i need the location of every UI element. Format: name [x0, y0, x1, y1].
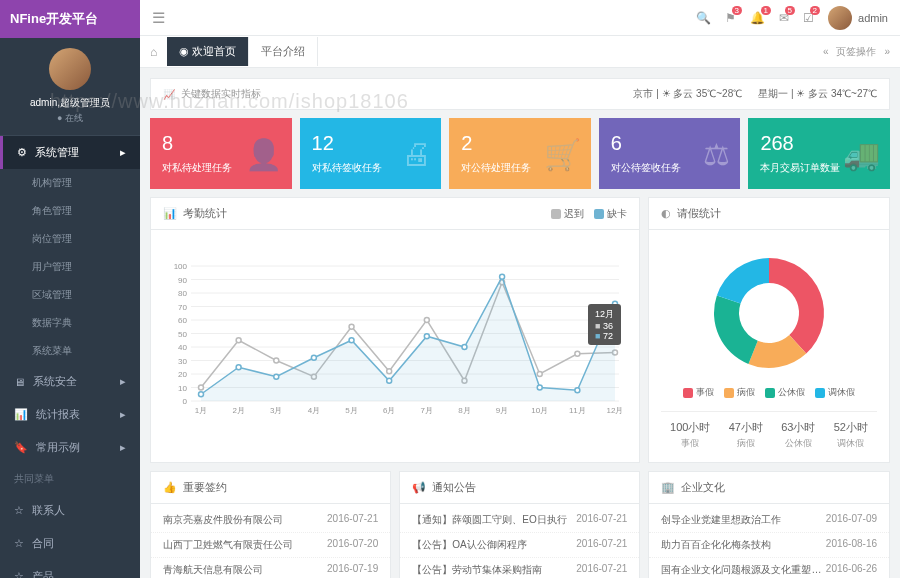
list-title: 重要签约: [183, 480, 227, 495]
stat-card[interactable]: 268本月交易订单数量🚚: [748, 118, 890, 189]
nav-sub-item[interactable]: 区域管理: [0, 281, 140, 309]
svg-text:60: 60: [178, 316, 187, 325]
avatar[interactable]: [49, 48, 91, 90]
stat-cards: 8对私待处理任务👤12对私待签收任务🖨2对公待处理任务🛒6对公待签收任务⚖268…: [150, 118, 890, 189]
task-icon[interactable]: ☑2: [803, 11, 814, 25]
list-item[interactable]: 南京亮嘉皮件股份有限公司2016-07-21: [151, 508, 390, 533]
svg-point-36: [274, 358, 279, 363]
stat-card[interactable]: 12对私待签收任务🖨: [300, 118, 442, 189]
nav-sub-item[interactable]: 数据字典: [0, 309, 140, 337]
svg-text:12月: 12月: [607, 406, 624, 415]
svg-text:0: 0: [183, 397, 188, 406]
legend-item[interactable]: 病假: [724, 386, 755, 399]
hamburger-icon[interactable]: ☰: [152, 9, 165, 27]
flag-icon[interactable]: ⚑3: [725, 11, 736, 25]
svg-point-56: [537, 385, 542, 390]
svg-text:11月: 11月: [569, 406, 586, 415]
list-title: 通知公告: [432, 480, 476, 495]
nav-sub-item[interactable]: 岗位管理: [0, 225, 140, 253]
list-item[interactable]: 山西丁卫姓燃气有限责任公司2016-07-20: [151, 533, 390, 558]
svg-text:30: 30: [178, 357, 187, 366]
pie-icon: ◐: [661, 207, 671, 220]
nav-sub-item[interactable]: 用户管理: [0, 253, 140, 281]
chart-tooltip: 12月■ 36■ 72: [588, 304, 621, 345]
bar-icon: 📊: [163, 207, 177, 220]
username: admin: [858, 12, 888, 24]
stat-card[interactable]: 8对私待处理任务👤: [150, 118, 292, 189]
legend-item[interactable]: 调休假: [815, 386, 855, 399]
bell-icon[interactable]: 🔔1: [750, 11, 765, 25]
svg-point-40: [424, 318, 429, 323]
nav-icon: 🖥: [14, 376, 25, 388]
list-item[interactable]: 青海航天信息有限公司2016-07-19: [151, 558, 390, 578]
tab-next[interactable]: »: [884, 46, 890, 57]
nav-item[interactable]: ⚙系统管理▸: [0, 136, 140, 169]
svg-text:5月: 5月: [345, 406, 357, 415]
tab-prev[interactable]: «: [823, 46, 829, 57]
svg-text:4月: 4月: [308, 406, 320, 415]
card-icon: 🛒: [544, 136, 581, 171]
nav-item[interactable]: 🔖常用示例▸: [0, 431, 140, 464]
svg-text:10月: 10月: [531, 406, 548, 415]
weather-today: 京市 | ☀ 多云 35℃~28℃: [633, 87, 742, 101]
svg-text:6月: 6月: [383, 406, 395, 415]
profile-status: ● 在线: [10, 112, 130, 125]
chart-icon: 📈: [163, 89, 175, 100]
list-panel-notice: 📢通知公告【通知】薛颂圆工守则、EO日执行2016-07-21【公告】OA认公御…: [399, 471, 640, 578]
profile: admin,超级管理员 ● 在线: [0, 38, 140, 136]
pie-stat: 52小时调休假: [834, 420, 868, 450]
legend-item[interactable]: 事假: [683, 386, 714, 399]
home-icon[interactable]: ⌂: [140, 45, 167, 59]
search-icon[interactable]: 🔍: [696, 11, 711, 25]
svg-point-51: [349, 338, 354, 343]
nav-common-item[interactable]: ☆联系人: [0, 494, 140, 527]
tabbar: ⌂ ◉ 欢迎首页 平台介绍 « 页签操作 »: [140, 36, 900, 68]
nav-common-item[interactable]: ☆合同: [0, 527, 140, 560]
svg-text:70: 70: [178, 303, 187, 312]
nav-sub-item[interactable]: 角色管理: [0, 197, 140, 225]
list-item[interactable]: 【公告】劳动节集体采购指南2016-07-21: [400, 558, 639, 578]
stat-card[interactable]: 6对公待签收任务⚖: [599, 118, 741, 189]
panel-title: 请假统计: [677, 206, 721, 221]
list-item[interactable]: 国有企业文化问题根源及文化重塑任务分析2016-06-26: [649, 558, 889, 578]
nav-item[interactable]: 🖥系统安全▸: [0, 365, 140, 398]
svg-text:1月: 1月: [195, 406, 207, 415]
user-menu[interactable]: admin: [828, 6, 888, 30]
svg-text:90: 90: [178, 276, 187, 285]
stat-card[interactable]: 2对公待处理任务🛒: [449, 118, 591, 189]
list-item[interactable]: 创导企业党建里想政治工作2016-07-09: [649, 508, 889, 533]
nav-common-item[interactable]: ☆产品: [0, 560, 140, 578]
list-item[interactable]: 助力百百企化化梅条技构2016-08-16: [649, 533, 889, 558]
list-item[interactable]: 【公告】OA认公御闲程序2016-07-21: [400, 533, 639, 558]
pie-stat: 63小时公休假: [781, 420, 815, 450]
legend-item[interactable]: 迟到: [551, 207, 584, 221]
nav-sub-item[interactable]: 机构管理: [0, 169, 140, 197]
badge: 2: [810, 6, 820, 15]
sidebar: NFine开发平台 admin,超级管理员 ● 在线 ⚙系统管理▸机构管理角色管…: [0, 0, 140, 578]
nav-item[interactable]: 📊统计报表▸: [0, 398, 140, 431]
svg-text:100: 100: [174, 262, 188, 271]
indicator-title: 关键数据实时指标: [181, 87, 261, 101]
tab-ops[interactable]: 页签操作: [836, 45, 876, 59]
logo: NFine开发平台: [0, 0, 140, 38]
avatar-icon: [828, 6, 852, 30]
legend-item[interactable]: 缺卡: [594, 207, 627, 221]
svg-text:2月: 2月: [232, 406, 244, 415]
tab-welcome[interactable]: ◉ 欢迎首页: [167, 37, 249, 66]
svg-text:8月: 8月: [458, 406, 470, 415]
list-panel-culture: 🏢企业文化创导企业党建里想政治工作2016-07-09助力百百企化化梅条技构20…: [648, 471, 890, 578]
nav-icon: 🔖: [14, 441, 28, 454]
legend-item[interactable]: 公休假: [765, 386, 805, 399]
list-item[interactable]: 【通知】薛颂圆工守则、EO日执行2016-07-21: [400, 508, 639, 533]
mail-icon[interactable]: ✉5: [779, 11, 789, 25]
star-icon: ☆: [14, 504, 24, 517]
list-panel-contracts: 👍重要签约南京亮嘉皮件股份有限公司2016-07-21山西丁卫姓燃气有限责任公司…: [150, 471, 391, 578]
card-icon: 🖨: [401, 137, 431, 171]
badge: 5: [785, 6, 795, 15]
card-icon: ⚖: [703, 136, 730, 171]
topbar: ☰ 🔍 ⚑3 🔔1 ✉5 ☑2 admin: [140, 0, 900, 36]
tab-intro[interactable]: 平台介绍: [249, 37, 318, 66]
svg-point-52: [387, 378, 392, 383]
badge: 3: [732, 6, 742, 15]
nav-sub-item[interactable]: 系统菜单: [0, 337, 140, 365]
